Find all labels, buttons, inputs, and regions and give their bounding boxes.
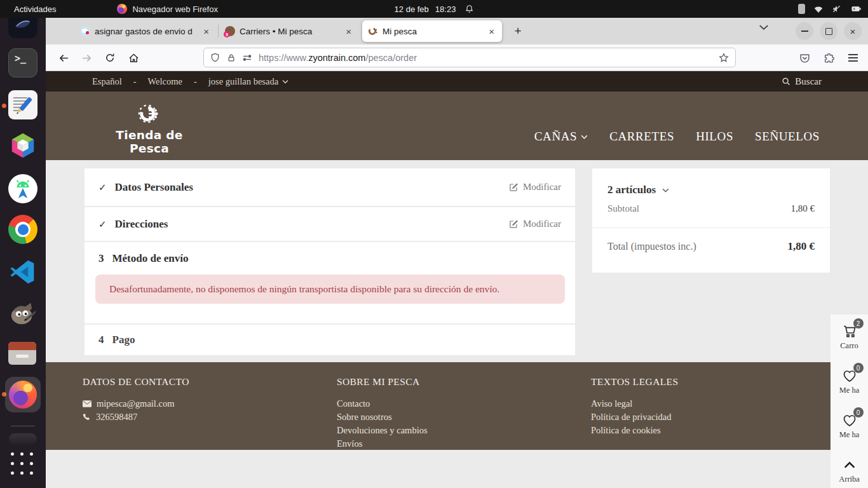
url-text: https://www.zyontrain.com/pesca/order — [259, 53, 417, 63]
subtotal-value: 1,80 € — [791, 203, 815, 214]
activities-button[interactable]: Actividades — [14, 4, 56, 14]
chevron-down-icon — [282, 79, 288, 84]
wishlist-label: Me ha — [839, 430, 860, 440]
shield-icon[interactable] — [210, 53, 220, 62]
scroll-to-top-widget[interactable]: Arriba — [839, 456, 860, 484]
permissions-icon[interactable] — [243, 54, 252, 62]
search-button[interactable]: Buscar — [782, 76, 822, 87]
bookmark-star-icon[interactable] — [719, 53, 729, 63]
footer-link-cookies[interactable]: Política de cookies — [591, 424, 679, 437]
search-label: Buscar — [795, 76, 822, 87]
gimp-icon[interactable] — [8, 299, 37, 328]
tab-title: asignar gastos de envio d — [95, 27, 197, 36]
footer-link-privacidad[interactable]: Política de privacidad — [591, 410, 679, 424]
list-tabs-chevron-icon[interactable] — [759, 24, 769, 30]
modify-addresses-link[interactable]: Modificar — [509, 219, 561, 229]
step-number: 3 — [98, 252, 104, 265]
firefox-dock-icon[interactable] — [5, 377, 41, 412]
nav-canas[interactable]: CAÑAS — [534, 130, 588, 144]
minimize-button[interactable] — [796, 22, 813, 40]
system-tray[interactable] — [798, 4, 862, 14]
home-button[interactable] — [123, 48, 144, 68]
tab-close-icon[interactable]: × — [487, 27, 496, 36]
clock-menu[interactable]: 12 de feb 18:23 — [395, 4, 474, 14]
clock-date: 12 de feb — [395, 4, 429, 14]
wifi-icon — [813, 4, 824, 13]
files-icon[interactable] — [8, 341, 37, 365]
footer-heading: TEXTOS LEGALES — [591, 376, 679, 388]
menu-hamburger-icon[interactable] — [843, 48, 863, 68]
check-icon: ✓ — [98, 182, 107, 193]
separator: - — [194, 76, 197, 87]
show-applications-icon[interactable] — [11, 452, 35, 477]
footer-link-devoluciones[interactable]: Devoluciones y cambios — [337, 424, 428, 437]
dock-drawer-icon[interactable] — [9, 433, 37, 445]
android-studio-icon[interactable] — [8, 174, 37, 203]
back-button[interactable] — [53, 48, 74, 68]
nav-hilos[interactable]: HILOS — [696, 130, 733, 144]
new-tab-button[interactable]: + — [510, 23, 526, 39]
phone-icon — [83, 413, 91, 421]
step-title: Pago — [112, 334, 135, 346]
url-bar[interactable]: https://www.zyontrain.com/pesca/order — [203, 48, 736, 67]
footer-link-envios[interactable]: Envíos — [337, 437, 428, 451]
tab-close-icon[interactable]: × — [201, 27, 211, 36]
floating-rail: 2 Carro 0 Me ha 0 Me ha — [831, 315, 868, 488]
main-navigation: CAÑAS CARRETES HILOS SEÑUELOS — [534, 130, 820, 144]
nav-carretes[interactable]: CARRETES — [609, 130, 674, 144]
tab-bar: asignar gastos de envio d × 9 Carriers •… — [46, 18, 868, 44]
ubuntu-dock: >_ — [0, 18, 46, 488]
restore-button[interactable] — [820, 22, 837, 40]
modify-personal-data-link[interactable]: Modificar — [509, 182, 561, 193]
nav-senuelos[interactable]: SEÑUELOS — [755, 130, 820, 144]
footer-phone-link[interactable]: 326598487 — [83, 410, 189, 424]
cart-widget[interactable]: 2 Carro — [840, 323, 858, 351]
app-menu-label: Navegador web Firefox — [132, 4, 217, 14]
language-selector[interactable]: Español — [92, 76, 122, 87]
bell-icon — [465, 4, 473, 13]
boxes-cube-icon[interactable] — [8, 131, 37, 160]
close-window-button[interactable]: × — [844, 22, 862, 40]
cart-badge: 2 — [853, 318, 864, 329]
site-header: Tienda de Pesca CAÑAS CARRETES HILOS SEÑ… — [46, 92, 868, 160]
reload-button[interactable] — [100, 48, 120, 68]
lock-icon[interactable] — [227, 53, 236, 62]
dark-app-icon[interactable] — [8, 18, 37, 38]
footer-link-aviso-legal[interactable]: Aviso legal — [591, 397, 679, 410]
cart-label: Carro — [840, 341, 858, 351]
text-editor-icon[interactable] — [8, 90, 37, 119]
tab-mi-pesca-active[interactable]: Mi pesca × — [362, 20, 502, 42]
vscode-icon[interactable] — [8, 258, 37, 287]
tab-close-icon[interactable]: × — [344, 27, 353, 36]
pocket-icon[interactable] — [794, 48, 815, 68]
extensions-puzzle-icon[interactable] — [818, 48, 839, 68]
wishlist-widget-1[interactable]: 0 Me ha — [839, 367, 860, 395]
cart-summary: 2 artículos Subtotal 1,80 € Total (impue… — [592, 168, 830, 273]
footer-heading: SOBRE MI PESCA — [337, 376, 428, 388]
items-count-toggle[interactable]: 2 artículos — [607, 184, 815, 196]
chrome-icon[interactable] — [8, 215, 37, 244]
tab-separator — [218, 25, 219, 37]
app-menu[interactable]: Navegador web Firefox — [117, 4, 217, 14]
step-addresses: ✓Direcciones Modificar — [85, 207, 575, 241]
footer-email-link[interactable]: mipesca@gmail.com — [83, 397, 189, 410]
forward-button[interactable] — [76, 48, 97, 68]
shop-logo[interactable]: Tienda de Pesca — [105, 102, 194, 155]
search-icon — [782, 77, 790, 86]
tab-title: Carriers • Mi pesca — [240, 27, 339, 36]
wishlist-badge: 0 — [853, 407, 864, 417]
footer-link-contacto[interactable]: Contacto — [337, 397, 428, 410]
dock-divider — [11, 426, 35, 426]
tab-carriers[interactable]: 9 Carriers • Mi pesca × — [219, 20, 359, 42]
tab-gastos-envio[interactable]: asignar gastos de envio d × — [74, 20, 217, 42]
site-footer: DATOS DE CONTACTO mipesca@gmail.com 3265… — [46, 362, 831, 450]
wishlist-widget-2[interactable]: 0 Me ha — [839, 412, 860, 440]
user-account-menu[interactable]: jose guillan besada — [208, 76, 288, 87]
scroll-top-label: Arriba — [839, 475, 860, 484]
step-number: 4 — [98, 334, 104, 346]
terminal-icon[interactable]: >_ — [8, 48, 37, 78]
step-personal-data: ✓Datos Personales Modificar — [85, 168, 575, 206]
footer-link-sobre-nosotros[interactable]: Sobre nosotros — [337, 410, 428, 424]
shipping-alert: Desafortunadamente, no disponemos de nin… — [95, 274, 565, 304]
separator: - — [133, 76, 137, 87]
